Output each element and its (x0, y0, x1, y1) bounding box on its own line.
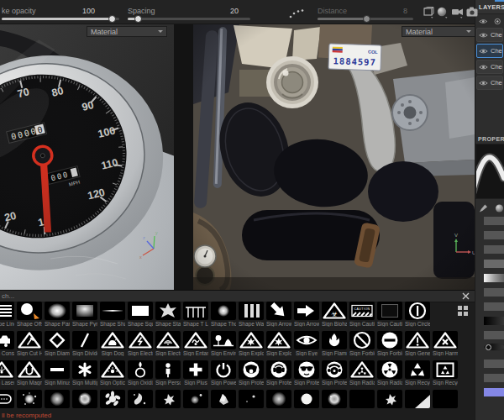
layer-visibility-icon[interactable] (479, 48, 488, 55)
shelf-tile[interactable]: Sign Protec... (322, 360, 347, 386)
shelf-tile[interactable]: Sign Person (155, 360, 181, 386)
brush-icon[interactable] (479, 203, 488, 213)
shelf-tile[interactable] (128, 390, 153, 415)
shelf-tile[interactable]: Sign Explosi... (266, 331, 291, 356)
shelf-tile[interactable]: Shape Wave (239, 302, 264, 327)
shelf-tile[interactable]: Sign Electro... (155, 331, 181, 356)
property-slider[interactable] (484, 343, 504, 351)
stroke-opacity-slider[interactable] (2, 18, 119, 20)
spacing-slider-handle[interactable] (134, 15, 142, 23)
shelf-tile[interactable] (405, 390, 430, 415)
shelf-tile[interactable]: Sign Plus (183, 360, 208, 386)
shelf-tile[interactable]: Sign Laser... (0, 360, 14, 386)
layer-row[interactable]: Check (476, 28, 503, 42)
solo-visibility-icon[interactable] (493, 18, 502, 25)
shelf-tile[interactable]: Sign Magn... (17, 360, 42, 386)
shelf-tile[interactable]: Sign Minus (45, 360, 70, 386)
shelf-tile[interactable]: Sign Divide (72, 331, 97, 356)
property-slider[interactable] (484, 374, 504, 382)
shelf-tile[interactable]: Sign Cautio... (377, 302, 402, 327)
shelf-tile[interactable]: Shape Offset (17, 302, 42, 327)
slider-handle[interactable] (486, 344, 491, 350)
camera-icon[interactable] (451, 7, 465, 18)
shelf-tile[interactable]: Sign Recycl... (405, 360, 430, 386)
close-icon[interactable] (461, 291, 470, 301)
shelf-tile[interactable]: Sign Arrow ... (266, 302, 291, 327)
brush-spacing-dots-icon[interactable] (289, 8, 304, 18)
right-viewport-material-dropdown[interactable]: Material (402, 26, 475, 37)
shelf-tile[interactable] (433, 390, 458, 415)
shelf-tile[interactable]: Shape Star (155, 302, 181, 327)
property-slider[interactable] (484, 302, 504, 311)
material-sphere-icon[interactable] (495, 203, 504, 213)
shelf-tile[interactable]: Sign Radiati... (349, 360, 375, 386)
shelf-tile[interactable]: Sign Forbid... (377, 331, 402, 356)
shelf-tile[interactable]: Shape Pyra... (72, 302, 97, 327)
shelf-tile[interactable] (322, 390, 347, 415)
shelf-tile[interactable] (294, 390, 319, 415)
shelf-tile[interactable]: Sign Protec... (294, 360, 319, 386)
shelf-tile[interactable]: Sign Protec... (266, 360, 291, 386)
perspective-icon[interactable] (423, 7, 435, 18)
layer-row[interactable]: Check (476, 76, 503, 90)
stroke-opacity-slider-handle[interactable] (108, 15, 116, 23)
shelf-tile[interactable]: Sign Electrical (128, 331, 153, 356)
shelf-tile[interactable] (183, 390, 208, 415)
2d-viewport-canvas[interactable]: COL 1884597 (193, 24, 475, 290)
property-slider[interactable] (484, 388, 504, 396)
shelf-tile[interactable]: Sign Enviro... (211, 331, 236, 356)
shelf-tile[interactable] (266, 390, 291, 415)
shelf-tile[interactable]: Sign Forbid... (349, 331, 375, 356)
right-2d-viewport[interactable]: COL 1884597 (193, 24, 475, 290)
shelf-tile[interactable]: CAUTIONSign Caution (349, 302, 375, 327)
distance-slider[interactable] (318, 18, 413, 20)
layer-visibility-icon[interactable] (479, 64, 488, 71)
shelf-tile[interactable] (100, 390, 125, 415)
shelf-tile[interactable]: Sign Entan... (183, 331, 208, 356)
shelf-tile[interactable]: Shape Shar... (100, 302, 125, 327)
shelf-tile[interactable]: Sign Arrow ... (294, 302, 319, 327)
shelf-tile[interactable]: Sign Radiati... (377, 360, 402, 386)
shelf-tile[interactable]: Shape T Line (183, 302, 208, 327)
shelf-tile[interactable]: Sign Power (211, 360, 236, 386)
shelf-tile[interactable] (349, 390, 375, 415)
shelf-tile[interactable]: Sign Circle I... (405, 302, 430, 327)
visibility-icon[interactable] (479, 18, 488, 25)
shelf-tile[interactable]: Sign Gener... (405, 331, 430, 356)
shelf-tile[interactable] (155, 390, 181, 415)
layer-visibility-icon[interactable] (479, 32, 488, 39)
property-slider[interactable] (484, 260, 504, 268)
shelf-tile[interactable]: ☣Sign Biohaz... (322, 302, 347, 327)
3d-viewport-canvas[interactable]: 102030405060708090100110120 0000 0 000 M… (0, 24, 174, 290)
shelf-tile[interactable] (239, 390, 264, 415)
shelf-tile[interactable]: Sign Cut Ha... (17, 331, 42, 356)
shelf-tile[interactable] (211, 390, 236, 415)
shelf-tile[interactable]: Sign Harmful (433, 331, 458, 356)
snapshot-camera-icon[interactable] (466, 7, 478, 17)
property-slider[interactable] (484, 274, 504, 282)
shelf-tile[interactable]: Sign Dog (100, 331, 125, 356)
property-slider[interactable] (484, 317, 504, 325)
shelf-tile[interactable]: Sign Diamo... (45, 331, 70, 356)
shelf-tile[interactable]: Sign Oxidizer (128, 360, 153, 386)
property-slider[interactable] (484, 217, 504, 225)
shelf-tile[interactable]: Sign Multiply (72, 360, 97, 386)
spacing-slider[interactable] (128, 18, 250, 20)
layer-row[interactable]: Check (476, 60, 503, 74)
left-3d-viewport[interactable]: 102030405060708090100110120 0000 0 000 M… (0, 24, 174, 290)
distance-slider-handle[interactable] (363, 15, 370, 23)
shelf-tile[interactable]: Sign Recycl... (433, 360, 458, 386)
shelf-search-input[interactable]: ch... (2, 292, 14, 300)
layer-visibility-icon[interactable] (479, 80, 488, 87)
shelf-tile[interactable]: Sign Flamm... (322, 331, 347, 356)
shelf-tile[interactable]: Sign Optica... (100, 360, 125, 386)
shelf-tile[interactable]: Shape Thorn (211, 302, 236, 327)
shelf-tile[interactable] (72, 390, 97, 415)
left-viewport-material-dropdown[interactable]: Material (87, 26, 167, 37)
shelf-tile[interactable]: Shape Squa... (128, 302, 153, 327)
shelf-tile[interactable]: Sign Protec... (239, 360, 264, 386)
shelf-tile[interactable]: Sign Explos... (239, 331, 264, 356)
property-slider[interactable] (484, 288, 504, 297)
property-slider[interactable] (484, 231, 504, 239)
shelf-tile[interactable] (377, 390, 402, 415)
